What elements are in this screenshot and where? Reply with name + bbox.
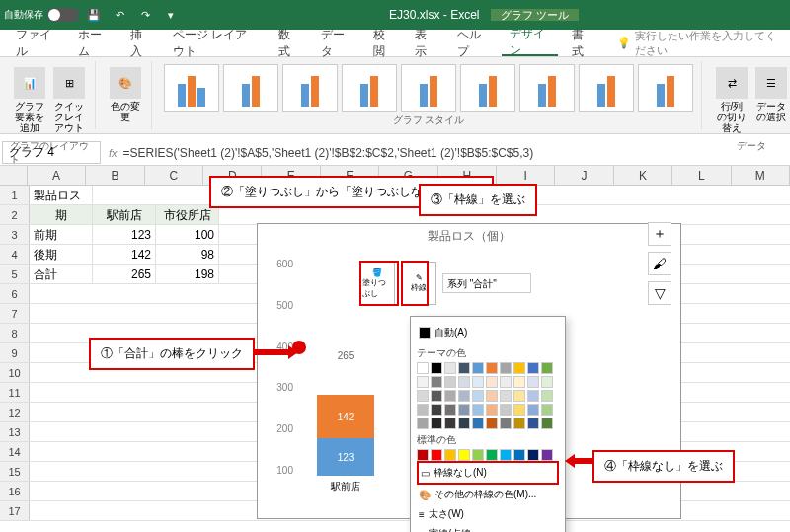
color-swatch[interactable]	[444, 449, 456, 461]
row-header[interactable]: 11	[0, 383, 30, 402]
tab-review[interactable]: 校閲	[365, 30, 402, 56]
redo-icon[interactable]: ↷	[134, 4, 156, 26]
color-swatch[interactable]	[514, 376, 525, 388]
color-swatch[interactable]	[514, 390, 525, 402]
color-swatch[interactable]	[444, 418, 456, 429]
chart-filter-button[interactable]: ▽	[648, 281, 672, 305]
chart-style-1[interactable]	[164, 64, 219, 112]
chart-style-4[interactable]	[342, 64, 397, 112]
cell[interactable]: 100	[156, 225, 219, 244]
row-header[interactable]: 4	[0, 245, 30, 264]
color-swatch[interactable]	[486, 404, 498, 416]
chart-title[interactable]: 製品ロス（個）	[258, 224, 680, 249]
color-swatch[interactable]	[527, 418, 539, 429]
color-swatch[interactable]	[444, 376, 456, 388]
formula-input[interactable]: =SERIES('Sheet1 (2)'!$A$5,'Sheet1 (2)'!$…	[123, 146, 790, 160]
cell[interactable]: 駅前店	[93, 205, 156, 224]
row-header[interactable]: 15	[0, 462, 30, 481]
color-swatch[interactable]	[541, 404, 553, 416]
color-swatch[interactable]	[458, 362, 470, 374]
auto-save-toggle[interactable]: 自動保存	[4, 8, 79, 22]
cell[interactable]: 198	[156, 265, 219, 283]
color-swatch[interactable]	[472, 449, 484, 461]
color-swatch[interactable]	[444, 390, 456, 402]
color-swatch[interactable]	[514, 418, 525, 429]
chart-elements-button[interactable]: ＋	[648, 222, 672, 246]
undo-icon[interactable]: ↶	[109, 4, 130, 26]
cell[interactable]: 期	[30, 205, 93, 224]
weight-submenu[interactable]: ≡ 太さ(W)	[417, 504, 559, 524]
color-swatch[interactable]	[541, 376, 553, 388]
cell[interactable]: 合計	[30, 265, 93, 283]
row-header[interactable]: 17	[0, 501, 30, 520]
color-swatch[interactable]	[431, 362, 442, 374]
color-swatch[interactable]	[417, 376, 429, 388]
fx-icon[interactable]: fx	[103, 147, 123, 159]
tab-view[interactable]: 表示	[407, 30, 443, 56]
color-swatch[interactable]	[431, 418, 442, 429]
chart-style-3[interactable]	[282, 64, 338, 112]
color-swatch[interactable]	[472, 390, 484, 402]
tab-data[interactable]: データ	[313, 30, 359, 56]
tab-pagelayout[interactable]: ページ レイアウト	[165, 30, 265, 56]
switch-row-col-button[interactable]: ⇄ 行/列の切り替え	[712, 63, 751, 137]
dashes-submenu[interactable]: ┄ 実線/点線	[417, 524, 559, 532]
tab-help[interactable]: ヘルプ	[449, 30, 496, 56]
chart-styles-button[interactable]: 🖌	[648, 252, 672, 275]
row-header[interactable]: 3	[0, 225, 30, 244]
color-swatch[interactable]	[514, 449, 525, 461]
color-swatch[interactable]	[541, 390, 553, 402]
add-chart-element-button[interactable]: 📊 グラフ要素を追加	[10, 63, 49, 137]
color-swatch[interactable]	[472, 404, 484, 416]
row-header[interactable]: 10	[0, 363, 30, 382]
row-header[interactable]: 9	[0, 343, 30, 362]
chart-styles-gallery[interactable]	[162, 63, 695, 112]
color-swatch[interactable]	[541, 449, 553, 461]
color-swatch[interactable]	[486, 362, 498, 374]
color-swatch[interactable]	[444, 404, 456, 416]
chart-style-7[interactable]	[519, 64, 575, 112]
color-swatch[interactable]	[527, 362, 539, 374]
color-swatch[interactable]	[486, 390, 498, 402]
color-swatch[interactable]	[458, 390, 470, 402]
color-swatch[interactable]	[486, 376, 498, 388]
color-swatch[interactable]	[417, 449, 429, 461]
color-swatch[interactable]	[417, 418, 429, 429]
change-colors-button[interactable]: 🎨 色の変更	[106, 63, 145, 126]
tab-format[interactable]: 書式	[564, 30, 600, 56]
color-swatch[interactable]	[472, 362, 484, 374]
quick-layout-button[interactable]: ⊞ クイックレイアウト	[49, 63, 89, 137]
tab-insert[interactable]: 挿入	[122, 30, 159, 56]
col-header[interactable]: B	[86, 166, 144, 185]
cell[interactable]: 後期	[30, 245, 93, 264]
color-swatch[interactable]	[541, 362, 553, 374]
col-header[interactable]: A	[28, 166, 86, 185]
chart-style-8[interactable]	[579, 64, 634, 112]
col-header[interactable]: J	[555, 166, 613, 185]
qat-more-icon[interactable]: ▾	[160, 4, 182, 26]
color-swatch[interactable]	[514, 404, 525, 416]
color-swatch[interactable]	[431, 376, 442, 388]
select-all-corner[interactable]	[0, 166, 28, 185]
color-swatch[interactable]	[500, 404, 512, 416]
save-icon[interactable]: 💾	[83, 4, 105, 26]
color-swatch[interactable]	[444, 362, 456, 374]
color-swatch[interactable]	[500, 362, 512, 374]
row-header[interactable]: 16	[0, 482, 30, 500]
color-swatch[interactable]	[417, 390, 429, 402]
row-header[interactable]: 8	[0, 324, 30, 342]
bar-segment-total[interactable]: 265	[317, 316, 374, 395]
color-swatch[interactable]	[514, 362, 525, 374]
tab-home[interactable]: ホーム	[70, 30, 117, 56]
color-swatch[interactable]	[500, 376, 512, 388]
cell[interactable]: 265	[93, 265, 156, 283]
color-swatch[interactable]	[527, 376, 539, 388]
color-swatch[interactable]	[431, 449, 442, 461]
stacked-bar-ekimae[interactable]: 265 142 123 駅前店	[317, 316, 374, 476]
color-swatch[interactable]	[417, 404, 429, 416]
color-swatch[interactable]	[527, 404, 539, 416]
bar-segment-later[interactable]: 142	[317, 395, 374, 438]
col-header[interactable]: K	[614, 166, 672, 185]
col-header[interactable]: L	[672, 166, 731, 185]
row-header[interactable]: 6	[0, 284, 30, 303]
